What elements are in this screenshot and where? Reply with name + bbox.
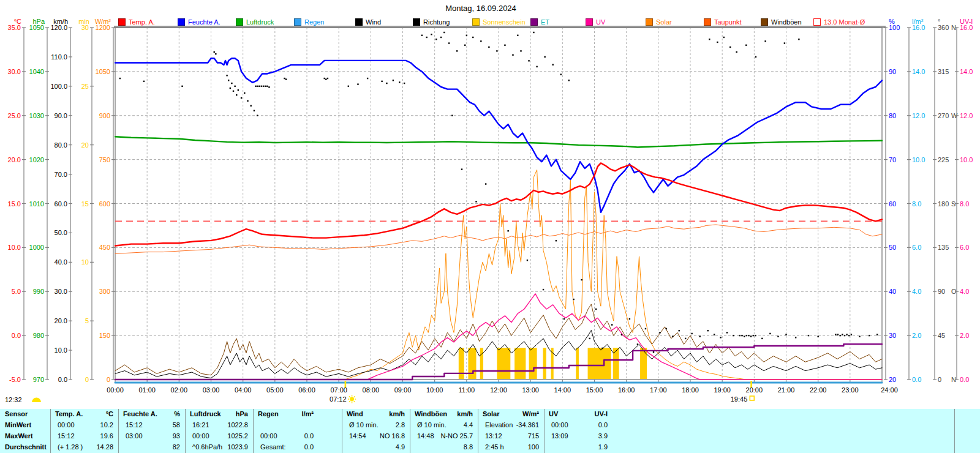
table-column-unit: % xyxy=(131,409,180,420)
axis-tick-label-humidity: 90 xyxy=(889,68,896,75)
x-axis-label: 22:00 xyxy=(810,386,827,394)
wind-direction-dot xyxy=(464,45,466,46)
x-axis-label: 05:00 xyxy=(266,386,284,394)
wind-direction-dot xyxy=(784,42,785,43)
wind-direction-dot xyxy=(611,324,612,325)
table-cell-value: 0.0 xyxy=(258,431,314,442)
axis-tick-label-direction: 135 xyxy=(938,244,949,251)
x-axis-label: 01:00 xyxy=(138,386,156,394)
wind-direction-dot xyxy=(808,335,809,336)
wind-direction-dot xyxy=(552,64,553,65)
moon-time-label: 12:32 xyxy=(5,396,22,403)
wind-direction-dot xyxy=(426,37,427,38)
wind-direction-dot xyxy=(251,105,252,107)
wind-direction-dot xyxy=(761,338,763,339)
table-cell-value: 93 xyxy=(125,431,180,442)
axis-tick-label-uv: 16.0 xyxy=(960,24,973,31)
x-axis-label: 02:00 xyxy=(171,386,188,394)
x-axis-label: 18:00 xyxy=(682,386,699,394)
table-cell-value: 100 xyxy=(484,442,539,453)
axis-tick-label-humidity: 80 xyxy=(889,112,896,119)
wind-direction-dot xyxy=(748,335,749,336)
axis-tick-label-wind: 0.0 xyxy=(58,376,67,383)
wind-direction-dot xyxy=(230,88,231,89)
table-cell-value: 19.6 xyxy=(58,431,113,442)
sunshine-bar xyxy=(529,348,537,379)
table-column-unit: W/m² xyxy=(490,409,539,420)
wind-direction-dot xyxy=(746,335,747,336)
axis-tick-label-rain: 4.0 xyxy=(912,288,921,295)
axis-tick-label-wind: 10.0 xyxy=(55,346,67,354)
wind-direction-dot xyxy=(709,39,710,40)
wind-direction-dot xyxy=(485,183,486,184)
wind-direction-dot xyxy=(323,78,325,79)
wind-direction-dot xyxy=(386,83,387,84)
table-column-separator xyxy=(410,409,410,453)
wind-direction-dot xyxy=(226,75,227,76)
x-axis-label: 06:00 xyxy=(298,386,315,394)
axis-tick-label-direction: 90 xyxy=(938,288,945,295)
axis-tick-label-direction: 180 xyxy=(938,200,949,208)
wind-direction-dot xyxy=(263,86,264,87)
axis-tick-label-solar: 0 xyxy=(107,376,110,383)
wind-direction-dot xyxy=(448,42,450,43)
wind-direction-dot xyxy=(842,334,843,335)
wind-direction-dot xyxy=(143,81,145,82)
wind-direction-dot xyxy=(527,260,528,261)
axis-tick-label-temp: 30.0 xyxy=(8,68,21,75)
axis-tick-label-uv: 4.0 xyxy=(960,288,969,295)
table-column-separator xyxy=(954,409,955,453)
table-column-unit: km/h xyxy=(356,409,405,420)
x-axis-label: 23:00 xyxy=(842,386,859,394)
wind-direction-dot xyxy=(475,201,477,202)
table-cell-value: N-NO 25.7 xyxy=(418,431,473,442)
axis-tick-label-pressure: 1050 xyxy=(29,24,44,31)
wind-direction-dot xyxy=(666,328,667,329)
axis-tick-label-wind: 60.0 xyxy=(55,200,67,208)
sunshine-bar xyxy=(480,348,483,379)
wind-direction-dot xyxy=(741,335,742,336)
table-column-unit: km/h xyxy=(424,409,473,420)
wind-direction-dot xyxy=(181,86,183,87)
sunshine-bar xyxy=(468,348,476,379)
table-column-separator xyxy=(185,409,186,453)
wind-direction-dot xyxy=(325,78,326,80)
axis-tick-label-temp: 15.0 xyxy=(8,200,21,208)
wind-direction-dot xyxy=(876,334,878,335)
wind-direction-dot xyxy=(456,50,458,51)
wind-direction-dot xyxy=(679,330,680,331)
axis-tick-label-wind: 110.0 xyxy=(51,53,67,61)
wind-direction-dot xyxy=(257,115,258,116)
x-axis-label: 20:00 xyxy=(746,386,763,394)
wind-direction-dot xyxy=(399,81,400,83)
axis-tick-label-wind: 80.0 xyxy=(55,141,67,149)
wind-direction-dot xyxy=(564,318,565,320)
axis-tick-label-humidity: 40 xyxy=(889,288,896,295)
wind-direction-dot xyxy=(846,334,847,335)
table-cell-value: 4.9 xyxy=(350,442,405,453)
wind-direction-dot xyxy=(777,336,778,337)
axis-tick-label-solar: 600 xyxy=(99,200,110,208)
wind-direction-dot xyxy=(707,330,708,331)
wind-direction-dot xyxy=(837,334,839,335)
wind-direction-dot xyxy=(717,42,718,43)
wind-direction-dot xyxy=(691,333,692,334)
wind-direction-dot xyxy=(285,78,287,80)
table-row-label: MinWert xyxy=(5,420,48,431)
wind-direction-dot xyxy=(744,336,745,337)
wind-direction-dot xyxy=(798,39,799,40)
axis-tick-label-wind: 20.0 xyxy=(55,317,67,324)
weather-station-app: { "title": "Montag, 16.09.2024", "legend… xyxy=(0,0,980,453)
moon-icon xyxy=(32,398,41,402)
axis-tick-label-wind: 40.0 xyxy=(55,258,67,266)
wind-direction-dot xyxy=(421,35,423,36)
axis-tick-label-solar: 750 xyxy=(99,156,110,163)
wind-direction-dot xyxy=(736,51,737,53)
wind-direction-dot xyxy=(714,334,715,335)
table-cell-value: 0.0 xyxy=(552,420,608,431)
wind-direction-dot xyxy=(241,97,242,99)
table-corner-header: Sensor xyxy=(5,409,48,420)
axis-tick-label-uv: 6.0 xyxy=(960,244,969,251)
wind-direction-dot xyxy=(755,56,756,58)
wind-direction-dot xyxy=(723,37,725,38)
